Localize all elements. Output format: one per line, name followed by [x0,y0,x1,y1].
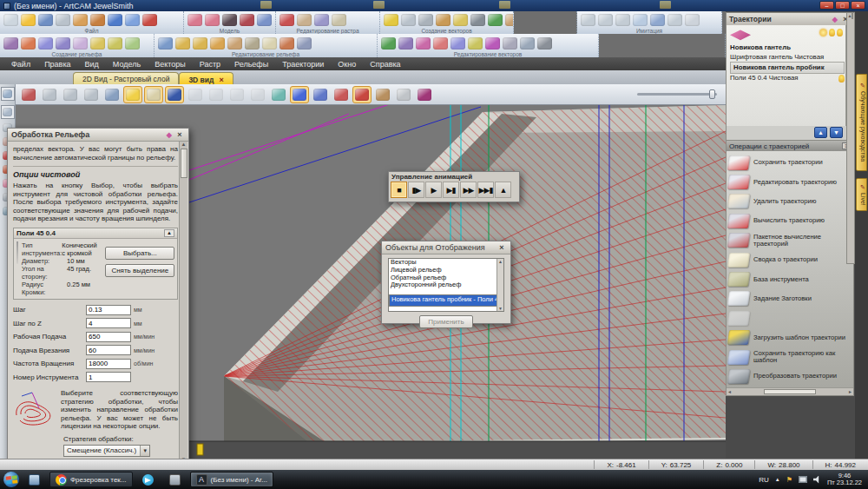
objects-list-item[interactable]: Имитация [389,311,423,312]
tab-2d-view[interactable]: 2D Вид - Растровый слой [73,72,179,84]
palette-icon[interactable] [314,14,329,26]
toolpath-operations-header[interactable]: Операции с траекторией ≡ [727,140,853,151]
menu-item[interactable]: Правка [38,59,76,69]
measure-icon[interactable] [398,37,413,50]
fast-forward-button[interactable]: ▶▶ [460,182,477,198]
simulate-step-icon[interactable] [615,14,630,26]
bitmap-to-vector-icon[interactable] [488,14,503,26]
toolpath-operation[interactable]: Сохранить траектории [728,153,853,172]
toolpath-operation[interactable]: Пакетное вычисление траекторий [728,231,853,250]
copy-icon[interactable] [73,14,88,26]
dialog-titlebar[interactable]: Обработка Рельефа ◆ × [8,129,188,142]
ring-wizard-icon[interactable] [187,14,202,26]
eraser-icon[interactable] [332,14,346,26]
parameter-input[interactable] [86,372,131,382]
stone-icon[interactable] [240,14,254,26]
dialog-scrollbar[interactable]: ▲▼ [179,142,187,462]
lightbulb-icon[interactable] [829,29,835,36]
slider-knob[interactable] [709,89,715,99]
red-pen-icon[interactable] [142,14,157,26]
pin-icon[interactable]: ◆ [832,16,838,23]
redo-icon[interactable] [125,14,140,26]
speaker-icon[interactable] [813,476,821,484]
simulate-toolpath-icon[interactable] [581,14,595,26]
paste-icon[interactable] [90,14,105,26]
toolpath-list-item[interactable]: Шрифтовая гантель Чистовая [730,53,845,63]
smooth-relief-icon[interactable] [125,37,140,50]
delete-vector-icon[interactable] [418,14,433,26]
zoom-tool-icon[interactable] [1,87,15,101]
toolpath-operation[interactable]: Имитация траектории [728,308,853,327]
play-to-next-button[interactable]: ▶▮ [443,182,459,198]
weld-icon[interactable] [503,37,517,50]
dock-scrollbar[interactable]: ▲ [846,12,855,264]
pendant-wizard-icon[interactable] [205,14,220,26]
close-icon[interactable]: × [174,130,185,139]
taskbar-calculator-button[interactable] [163,472,187,487]
tool-info-button[interactable]: ▲ [164,229,174,237]
close-button[interactable]: × [851,1,865,10]
toolpath-operation[interactable]: Задание Заготовки [728,289,853,308]
objects-list-item[interactable]: Инструмент [423,311,462,312]
toolpaths-panel-header[interactable]: Траектории ◆ × [727,13,853,25]
network-icon[interactable] [799,476,807,483]
mirror-relief-icon[interactable] [297,37,312,50]
objects-list-item[interactable]: Новикова гантель пробник - Поли 45 0.4 Ч… [389,294,504,307]
listbox-scrollbar[interactable]: ▲▼ [496,259,503,311]
delete-simulation-icon[interactable] [667,14,682,26]
pin-icon[interactable]: ◆ [167,131,172,139]
show-all-sun-icon[interactable] [819,29,827,36]
toolpath-list-item[interactable]: Новикова гантель пробник [730,62,845,74]
clock[interactable]: 9:46 Пт 23.12.22 [827,472,865,487]
open-file-icon[interactable] [21,14,36,26]
undo-icon[interactable] [108,14,122,26]
flower-icon[interactable] [485,37,500,50]
offset-relief-icon[interactable] [210,37,225,50]
parameter-input[interactable] [86,359,131,369]
menu-item[interactable]: Траектории [276,59,330,69]
menu-item[interactable]: Файл [5,59,36,69]
simulate-fast-icon[interactable] [598,14,613,26]
reset-simulation-icon[interactable] [633,14,648,26]
toolpath-list-item[interactable]: Новикова гантель [730,43,845,53]
action-center-flag-icon[interactable]: ⚑ [786,476,792,484]
two-rail-sweep-icon[interactable] [108,37,122,50]
record-icon[interactable] [222,14,237,26]
menu-item[interactable]: Справка [364,59,406,69]
extrude-icon[interactable] [56,37,70,50]
language-indicator[interactable]: RU [759,476,769,484]
shade-simulation-icon[interactable] [685,14,700,26]
close-icon[interactable]: × [496,243,507,252]
menu-item[interactable]: Модель [107,59,147,69]
select-relief-icon[interactable] [158,37,173,50]
raise-tool-button[interactable]: ▲ [495,182,511,198]
move-down-button[interactable]: ▼ [830,127,843,138]
strategy-select[interactable]: Смещение (Классич.) ▼ [63,445,150,457]
tolerance-slider[interactable] [637,93,717,96]
toolpath-operation[interactable]: Сводка о траектории [728,250,853,269]
stop-button[interactable]: ■ [391,182,407,198]
parameter-input[interactable] [86,305,131,315]
cut-icon[interactable] [56,14,70,26]
parameter-input[interactable] [86,345,131,355]
toolpath-operation[interactable]: Редактировать траекторию [728,172,853,191]
node-edit-icon[interactable] [381,37,396,50]
array-copy-icon[interactable] [433,37,448,50]
pan-globe-icon[interactable] [1,105,15,119]
invert-relief-icon[interactable] [245,37,260,50]
face-wizard-icon[interactable] [505,14,513,26]
start-button[interactable] [3,471,20,488]
copy-relief-icon[interactable] [175,37,190,50]
mirror-vectors-icon[interactable] [416,37,431,50]
maximize-button[interactable]: □ [835,1,850,10]
hidden-icons-arrow[interactable]: ▲ [775,477,780,482]
texture-relief-icon[interactable] [90,37,105,50]
toolpath-operation[interactable]: Вычислить траекторию [728,211,853,230]
scale-relief-icon[interactable] [227,37,242,50]
horizontal-scrollbar[interactable]: ◄► [727,387,853,395]
texture-icon[interactable] [297,14,312,26]
skip-to-end-button[interactable]: ▶▶▮ [477,182,494,198]
group-icon[interactable] [468,37,483,50]
parameter-input[interactable] [86,318,131,328]
star-relief-icon[interactable] [38,37,53,50]
